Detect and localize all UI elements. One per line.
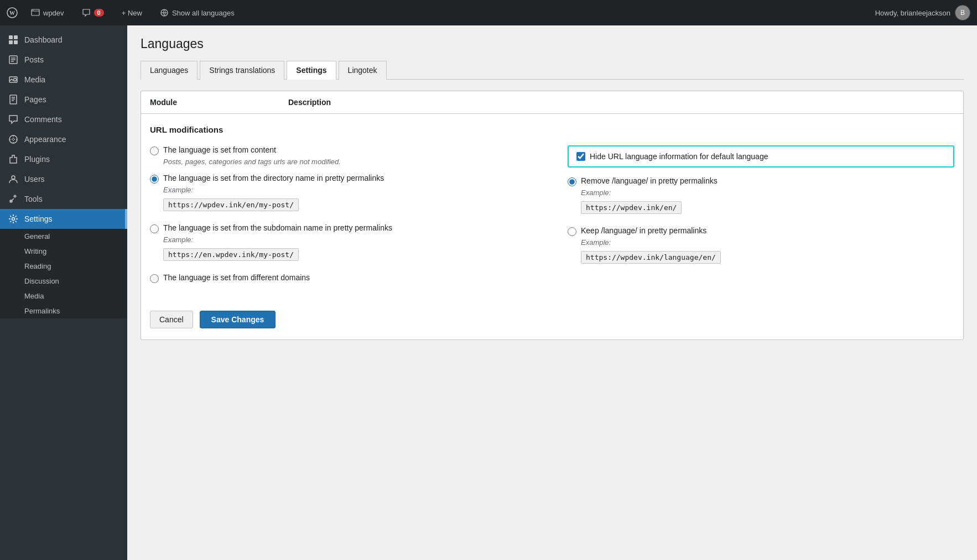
sidebar-item-appearance[interactable]: Appearance [0,129,127,149]
subdomain-example-label: Example: [163,235,537,244]
radio-keep[interactable] [568,227,576,236]
hide-url-box: Hide URL language information for defaul… [568,145,954,168]
sidebar-item-tools[interactable]: Tools [0,189,127,209]
section-title: URL modifications [150,125,954,134]
sidebar-item-settings[interactable]: Settings [0,209,127,229]
sidebar-item-users[interactable]: Users [0,169,127,189]
svg-point-14 [12,176,15,179]
svg-rect-5 [9,35,13,39]
sidebar-item-media[interactable]: Media [0,70,127,90]
sidebar-item-pages[interactable]: Pages [0,90,127,109]
svg-point-13 [9,135,17,143]
content-note: Posts, pages, categories and tags urls a… [163,158,537,166]
tab-settings[interactable]: Settings [287,61,336,80]
cancel-button[interactable]: Cancel [150,311,193,328]
svg-rect-7 [9,40,13,44]
radio-domains[interactable] [150,274,159,283]
appearance-icon [8,134,19,145]
avatar: B [955,5,970,20]
admin-bar: W wpdev 0 + New Show all languages Howdy… [0,0,977,25]
svg-rect-12 [10,95,17,104]
subdomain-example-code: https://en.wpdev.ink/my-post/ [163,248,299,261]
column-description: Description [288,98,954,107]
svg-rect-8 [14,40,18,44]
show-all-languages-button[interactable]: Show all languages [155,0,239,25]
comments-link[interactable]: 0 [77,0,108,25]
form-actions: Cancel Save Changes [141,302,963,339]
sidebar-item-dashboard[interactable]: Dashboard [0,30,127,50]
svg-rect-6 [14,35,18,39]
directory-example-code: https://wpdev.ink/en/my-post/ [163,198,299,211]
tools-icon [8,193,19,205]
column-module: Module [150,98,288,107]
pages-icon [8,94,19,105]
radio-content[interactable] [150,146,159,155]
remove-example-code: https://wpdev.ink/en/ [581,201,682,214]
radio-option-subdomain: The language is set from the subdomain n… [150,223,537,265]
dashboard-icon [8,34,19,45]
new-content-button[interactable]: + New [117,0,147,25]
radio-option-content: The language is set from content Posts, … [150,145,537,166]
hide-url-checkbox[interactable] [576,152,585,161]
keep-example-label: Example: [581,238,954,247]
remove-example-label: Example: [581,189,954,197]
media-icon [8,74,19,85]
settings-header: Module Description [141,91,963,114]
radio-subdomain[interactable] [150,224,159,233]
sidebar-sub-item-permalinks[interactable]: Permalinks [0,303,127,318]
comment-count: 0 [94,9,104,17]
page-title: Languages [141,36,964,51]
svg-text:W: W [9,10,15,16]
radio-label-keep[interactable]: Keep /language/ in pretty permalinks [568,226,954,236]
keep-example-code: https://wpdev.ink/language/en/ [581,251,721,264]
radio-directory[interactable] [150,175,159,184]
settings-panel: Module Description URL modifications The… [141,91,964,340]
radio-label-subdomain[interactable]: The language is set from the subdomain n… [150,223,537,233]
radio-option-keep: Keep /language/ in pretty permalinks Exa… [568,226,954,268]
site-name[interactable]: wpdev [27,0,69,25]
svg-point-11 [14,78,17,81]
url-modifications-section: URL modifications The language is set fr… [141,114,963,302]
posts-icon [8,54,19,65]
radio-option-domains: The language is set from different domai… [150,273,537,283]
sidebar-sub-item-media[interactable]: Media [0,289,127,303]
right-column: Hide URL language information for defaul… [557,145,954,291]
radio-option-remove: Remove /language/ in pretty permalinks E… [568,176,954,218]
radio-label-directory[interactable]: The language is set from the directory n… [150,174,537,184]
users-icon [8,174,19,185]
hide-url-label[interactable]: Hide URL language information for defaul… [576,152,768,161]
user-greeting[interactable]: Howdy, brianleejackson B [875,5,970,20]
sidebar-sub-item-reading[interactable]: Reading [0,259,127,274]
sidebar: Dashboard Posts Media Pages [0,25,127,560]
settings-icon [8,213,19,224]
radio-remove[interactable] [568,177,576,186]
directory-example-label: Example: [163,186,537,194]
svg-point-16 [12,218,15,221]
radio-label-remove[interactable]: Remove /language/ in pretty permalinks [568,176,954,186]
tab-bar: Languages Strings translations Settings … [141,60,964,80]
radio-label-domains[interactable]: The language is set from different domai… [150,273,537,283]
tab-languages[interactable]: Languages [141,61,198,80]
tab-lingotek[interactable]: Lingotek [339,61,387,80]
radio-label-content[interactable]: The language is set from content [150,145,537,155]
tab-strings[interactable]: Strings translations [200,61,284,80]
sidebar-sub-item-discussion[interactable]: Discussion [0,274,127,289]
sidebar-item-plugins[interactable]: Plugins [0,149,127,169]
radio-option-directory: The language is set from the directory n… [150,174,537,216]
sidebar-item-posts[interactable]: Posts [0,50,127,70]
wp-logo[interactable]: W [7,7,18,18]
sidebar-item-comments[interactable]: Comments [0,109,127,129]
sidebar-sub-item-general[interactable]: General [0,229,127,244]
main-content: Languages Languages Strings translations… [127,25,977,560]
comments-icon [8,114,19,125]
left-column: The language is set from content Posts, … [150,145,548,291]
sidebar-sub-item-writing[interactable]: Writing [0,244,127,259]
plugins-icon [8,154,19,165]
svg-point-3 [33,10,34,11]
save-button[interactable]: Save Changes [200,311,276,328]
settings-submenu: General Writing Reading Discussion Media… [0,229,127,318]
